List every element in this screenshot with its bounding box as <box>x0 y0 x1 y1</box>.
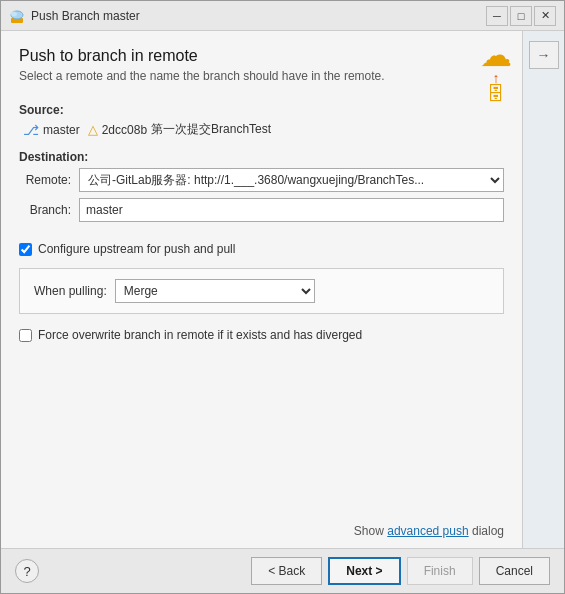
wizard-icon: ☁ ↑ 🗄 <box>480 39 512 103</box>
close-button[interactable]: ✕ <box>534 6 556 26</box>
next-button[interactable]: Next > <box>328 557 400 585</box>
advanced-push-link[interactable]: advanced push <box>387 524 468 538</box>
window-controls: ─ □ ✕ <box>486 6 556 26</box>
source-branch-name: master <box>43 123 80 137</box>
source-label: Source: <box>19 103 504 117</box>
branch-icon: ⎇ <box>23 122 39 138</box>
navigation-buttons: < Back Next > Finish Cancel <box>251 557 550 585</box>
branch-label: Branch: <box>19 203 79 217</box>
when-pulling-label: When pulling: <box>34 284 107 298</box>
page-subtitle: Select a remote and the name the branch … <box>19 69 504 83</box>
page-header: Push to branch in remote Select a remote… <box>19 47 504 97</box>
destination-label: Destination: <box>19 150 504 164</box>
advanced-prefix: Show <box>354 524 384 538</box>
branch-row: Branch: <box>19 198 504 222</box>
commit-message: 第一次提交BranchTest <box>151 121 271 138</box>
force-overwrite-label: Force overwrite branch in remote if it e… <box>38 328 362 342</box>
configure-upstream-row: Configure upstream for push and pull <box>19 242 504 256</box>
commit-hash: 2dcc08b <box>102 123 147 137</box>
pull-strategy-select[interactable]: Merge Rebase Fast-forward only <box>115 279 315 303</box>
back-button[interactable]: < Back <box>251 557 322 585</box>
cloud-icon: ☁ <box>480 39 512 71</box>
advanced-suffix: dialog <box>472 524 504 538</box>
help-button[interactable]: ? <box>15 559 39 583</box>
push-branch-dialog: Push Branch master ─ □ ✕ ☁ ↑ 🗄 Push to b… <box>0 0 565 594</box>
force-overwrite-row: Force overwrite branch in remote if it e… <box>19 328 504 342</box>
source-row: ⎇ master △ 2dcc08b 第一次提交BranchTest <box>19 121 504 138</box>
page-title: Push to branch in remote <box>19 47 504 65</box>
window-title: Push Branch master <box>31 9 486 23</box>
branch-tag: ⎇ master <box>23 122 80 138</box>
upload-arrow-icon: ↑ <box>493 71 500 85</box>
pull-row: When pulling: Merge Rebase Fast-forward … <box>34 279 489 303</box>
titlebar: Push Branch master ─ □ ✕ <box>1 1 564 31</box>
content-area: ☁ ↑ 🗄 Push to branch in remote Select a … <box>1 31 564 548</box>
remote-label: Remote: <box>19 173 79 187</box>
maximize-button[interactable]: □ <box>510 6 532 26</box>
side-panel: → <box>522 31 564 548</box>
main-panel: ☁ ↑ 🗄 Push to branch in remote Select a … <box>1 31 522 548</box>
bottom-bar: ? < Back Next > Finish Cancel <box>1 548 564 593</box>
branch-input[interactable] <box>79 198 504 222</box>
configure-upstream-label: Configure upstream for push and pull <box>38 242 235 256</box>
svg-point-2 <box>11 11 17 16</box>
remote-select[interactable]: 公司-GitLab服务器: http://1.___.3680/wangxuej… <box>79 168 504 192</box>
remote-row: Remote: 公司-GitLab服务器: http://1.___.3680/… <box>19 168 504 192</box>
options-box: When pulling: Merge Rebase Fast-forward … <box>19 268 504 314</box>
database-icon: 🗄 <box>487 85 505 103</box>
configure-upstream-checkbox[interactable] <box>19 243 32 256</box>
force-overwrite-checkbox[interactable] <box>19 329 32 342</box>
minimize-button[interactable]: ─ <box>486 6 508 26</box>
commit-icon: △ <box>88 122 98 137</box>
advanced-row: Show advanced push dialog <box>19 516 504 538</box>
commit-tag: △ 2dcc08b 第一次提交BranchTest <box>88 121 271 138</box>
cancel-button[interactable]: Cancel <box>479 557 550 585</box>
destination-section: Destination: Remote: 公司-GitLab服务器: http:… <box>19 150 504 228</box>
side-arrow-button[interactable]: → <box>529 41 559 69</box>
finish-button[interactable]: Finish <box>407 557 473 585</box>
titlebar-icon <box>9 8 25 24</box>
